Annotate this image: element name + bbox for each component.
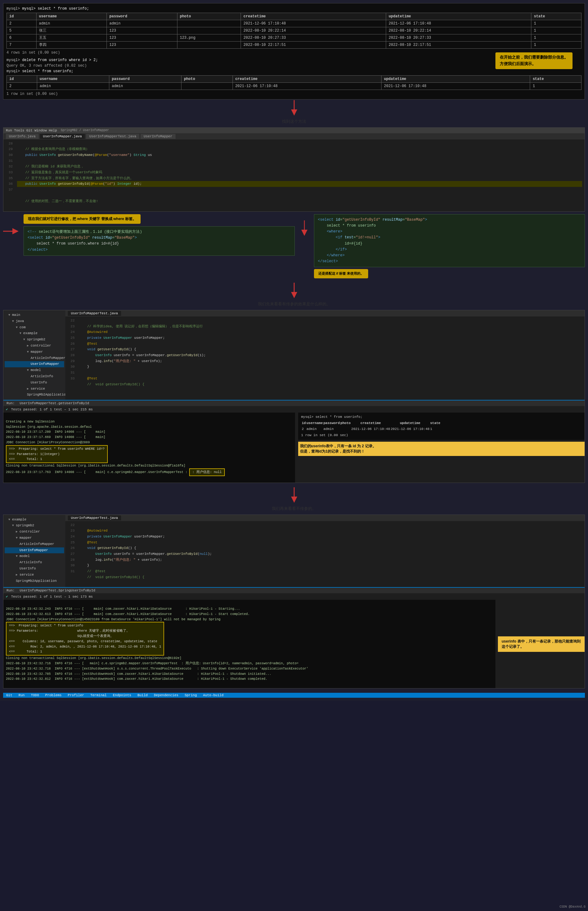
- callout-box-4: 我们的userinfo表中，只有一条 id 为 2 记录。但是，查询id为1的记…: [298, 442, 585, 456]
- mini-terminal-1: mysql> select * from userinfo; idusernam…: [298, 413, 585, 440]
- section3-wrapper: main java com example springmb2 controll…: [3, 310, 585, 483]
- tree-java: java: [5, 318, 64, 324]
- statusbar-todo[interactable]: TODO: [31, 694, 39, 697]
- tree2-userinfo[interactable]: UserInfo: [5, 566, 64, 572]
- tab-userinfomappertest-java[interactable]: UserInfoMapperTest.java: [86, 134, 139, 139]
- statusbar-autobuild[interactable]: Auto-build: [203, 694, 224, 697]
- run-status-text2: Tests passed: 1 of 1 test – 1 sec 173 ms: [11, 595, 93, 598]
- ide-tabs-3: UserInfoMapperTest.java: [65, 515, 585, 521]
- run-log-2: 2022-08-10 23:42:32.243 INFO 4716 --- [ …: [3, 600, 496, 688]
- ide-code-3: @Autowired private UserInfoMapper userIn…: [76, 521, 585, 587]
- tree-articleinfo[interactable]: ArticleInfo: [5, 373, 64, 380]
- tree-service[interactable]: service: [5, 386, 64, 392]
- ide-titlebar-1: Run Tools Git Window Help SpringMB2 / Us…: [3, 128, 585, 133]
- col-photo: photo: [177, 13, 241, 20]
- svg-marker-5: [301, 230, 307, 236]
- terminal-block-1: mysql> mysql> select * from userinfo; id…: [3, 3, 585, 99]
- section-label-1: 找到这个方法: [3, 119, 585, 124]
- tree2-articleinfomapper[interactable]: ArticleInfoMapper: [5, 541, 64, 548]
- tab-userinfomapper-java[interactable]: UserInfoMapper.java: [40, 134, 85, 139]
- ide-container-2: main java com example springmb2 controll…: [3, 310, 585, 483]
- statusbar-problems[interactable]: Problems: [45, 694, 61, 697]
- arrow-section2-down: [3, 283, 585, 298]
- tree-userinfo[interactable]: UserInfo: [5, 380, 64, 386]
- col-createtime: createtime: [241, 13, 386, 20]
- tree2-controller[interactable]: controller: [5, 529, 64, 535]
- watermark: CSDN @DaxAnd.G: [559, 905, 586, 909]
- statusbar-build[interactable]: Build: [137, 694, 148, 697]
- tab-userinfomappertest[interactable]: UserInfoMapperTest.java: [68, 311, 121, 316]
- tab-userinfo-java[interactable]: UserInfo.java: [6, 134, 39, 139]
- run-panel-2: Run: UserInfoMapperTest.SpringUserInfoBy…: [3, 587, 585, 688]
- run-status-icon2: ✔: [6, 595, 8, 598]
- run-status-icon: ✔: [6, 407, 8, 411]
- callout-box-1: 在开始之前，我们需要删除部分信息。 方便我们后面演示。: [496, 52, 572, 69]
- ide-sidebar-1: main java com example springmb2 controll…: [3, 310, 65, 400]
- col-id: id: [7, 13, 37, 20]
- statusbar-profiler[interactable]: Profiler: [68, 694, 84, 697]
- tree-controller[interactable]: controller: [5, 343, 64, 349]
- section4-wrapper: example springmb2 controller mapper Arti…: [3, 515, 585, 689]
- callout-box-2: 现在我们就对它进行修改，把 where 关键字 替换成 where 标签。: [24, 214, 141, 224]
- tree-articleinfomapper[interactable]: ArticleInfoMapper: [5, 355, 64, 361]
- tree2-springmb2: springmb2: [5, 523, 64, 529]
- statusbar-endpoints[interactable]: Endpoints: [113, 694, 131, 697]
- ide-container-1: Run Tools Git Window Help SpringMB2 / Us…: [3, 127, 585, 212]
- ide-sidebar-2: example springmb2 controller mapper Arti…: [3, 515, 65, 587]
- tree-mapper[interactable]: mapper: [5, 349, 64, 355]
- run-label2: Run:: [6, 588, 15, 592]
- statusbar-terminal[interactable]: Terminal: [90, 694, 107, 697]
- statusbar-git[interactable]: Git: [6, 694, 12, 697]
- table-row: 6王五123123.png2022-08-10 20:27:332022-08-…: [7, 34, 582, 42]
- ide-body-2: main java com example springmb2 controll…: [3, 310, 585, 400]
- ide-code-1: // 根据全名查询用户信息（非模糊查询） public UserInfo get…: [15, 139, 585, 211]
- tree-model[interactable]: model: [5, 367, 64, 373]
- status-bar: Git Run TODO Problems Profiler Terminal …: [3, 693, 585, 698]
- sql-highlight-box-2: ==> Preparing: select * from userinfo ==…: [6, 622, 164, 656]
- section1: mysql> mysql> select * from userinfo; id…: [3, 3, 585, 69]
- tree-userinfomapper[interactable]: UserInfoMapper: [5, 361, 64, 367]
- statusbar-dependencies[interactable]: Dependencies: [154, 694, 178, 697]
- tree-springmb2app[interactable]: SpringMb2Application: [5, 392, 64, 398]
- tree-com: com: [5, 324, 64, 331]
- xml-block-1: <!-- select语句要增加上面三属性，1.id (接口中要实现的方法) <…: [24, 226, 295, 256]
- run-label: Run:: [6, 401, 15, 405]
- svg-marker-9: [291, 496, 297, 503]
- run-header-2: Run: UserInfoMapperTest.SpringUserInfoBy…: [3, 588, 585, 593]
- arrow-section1-down: [3, 100, 585, 116]
- tree2-model[interactable]: model: [5, 553, 64, 559]
- ide-gutter-2: 22 23 24 25 26 27 28 29 30 31 33: [65, 316, 76, 400]
- ide-gutter-3: 22 23 24 25 26 27 28 30 31: [65, 521, 76, 587]
- arrow-right-1: [3, 227, 19, 238]
- svg-marker-7: [291, 292, 297, 298]
- run-log-1: Creating a new SqlSession SqlSession [or…: [3, 413, 295, 483]
- statusbar-run[interactable]: Run: [19, 694, 25, 697]
- ide-code-2: // 科学的idea, 使用 说让好，会邪想（编辑编辑），但是不影响程序运行 @…: [76, 316, 585, 400]
- section2-wrapper: Run Tools Git Window Help SpringMB2 / Us…: [3, 127, 585, 278]
- tree-example: example: [5, 331, 64, 337]
- tree2-articleinfo[interactable]: ArticleInfo: [5, 559, 64, 566]
- page-container: mysql> mysql> select * from userinfo; id…: [0, 0, 588, 701]
- statusbar-spring[interactable]: Spring: [184, 694, 197, 697]
- xml-block-2: <select id="getUserInfoById" resultMap="…: [314, 214, 585, 267]
- ide-body-3: example springmb2 controller mapper Arti…: [3, 515, 585, 587]
- arrow-section3-down: [3, 487, 585, 503]
- tree2-service[interactable]: service: [5, 572, 64, 578]
- tab-userinfomappertest2[interactable]: UserInfoMapperTest.java: [68, 515, 121, 520]
- tree-main: main: [5, 312, 64, 318]
- svg-marker-3: [12, 228, 19, 234]
- tree2-mapper[interactable]: mapper: [5, 535, 64, 541]
- run-test-name2: UserInfoMapperTest.SpringUserInfoById: [19, 588, 95, 592]
- ide-tabs-1: UserInfo.java UserInfoMapper.java UserIn…: [3, 133, 585, 139]
- run-status-text: Tests passed: 1 of 1 test – 1 sec 215 ms: [11, 408, 93, 411]
- tree2-userinfomapper[interactable]: UserInfoMapper: [5, 548, 64, 554]
- row-count-2: 1 row in set (0.00 sec): [6, 91, 582, 97]
- run-header-1: Run: UserInfoMapperTest.getUserInfoById: [3, 400, 585, 406]
- tree2-springmb2app[interactable]: SpringMb2Application: [5, 578, 64, 584]
- table-row: 5张三1232022-08-10 20:22:142022-08-10 20:2…: [7, 27, 582, 34]
- table-row: 7李四1232022-08-10 22:17:512022-08-10 22:1…: [7, 42, 582, 49]
- ide-container-3: example springmb2 controller mapper Arti…: [3, 515, 585, 689]
- mini-result-table-1: idusernamepasswordphotocreatetimeupdatet…: [301, 420, 441, 433]
- tab-userinfomapper[interactable]: UserInfoMapper: [141, 134, 175, 139]
- ide-body-1: 28 29 30 31 32 33 35 36 37 // 根据全名查询用户信息…: [3, 139, 585, 211]
